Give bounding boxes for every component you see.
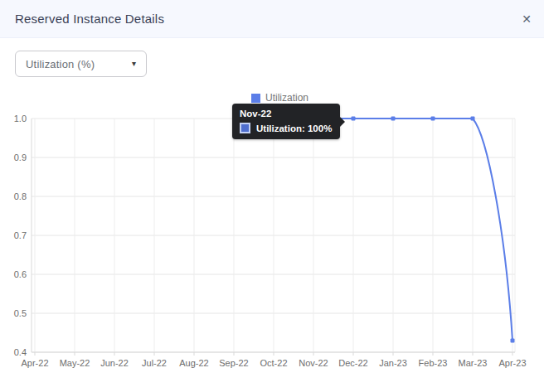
svg-text:Feb-23: Feb-23 — [419, 358, 448, 368]
chart-legend: Utilization — [251, 92, 308, 104]
svg-text:Oct-22: Oct-22 — [260, 358, 287, 368]
svg-text:May-22: May-22 — [60, 358, 90, 368]
svg-text:1.0: 1.0 — [14, 114, 27, 123]
legend-swatch-icon — [251, 94, 260, 103]
svg-text:Jun-22: Jun-22 — [100, 358, 129, 368]
chart-tooltip: Nov-22 Utilization: 100% — [232, 104, 340, 139]
svg-text:Nov-22: Nov-22 — [299, 358, 328, 368]
svg-text:Aug-22: Aug-22 — [179, 358, 208, 368]
svg-text:Apr-22: Apr-22 — [21, 358, 48, 368]
svg-text:0.9: 0.9 — [14, 152, 27, 162]
svg-text:0.7: 0.7 — [14, 230, 27, 240]
svg-text:Dec-22: Dec-22 — [338, 358, 367, 368]
legend-label: Utilization — [265, 92, 308, 104]
tooltip-arrow — [340, 117, 345, 127]
tooltip-row: Utilization: 100% — [240, 123, 332, 133]
tooltip-value: Utilization: 100% — [256, 123, 332, 133]
reserved-instance-details-panel: Reserved Instance Details ✕ Utilization … — [0, 0, 544, 392]
tooltip-date: Nov-22 — [240, 109, 332, 119]
svg-text:Mar-23: Mar-23 — [459, 358, 488, 368]
svg-text:0.6: 0.6 — [14, 269, 27, 279]
svg-text:Jul-22: Jul-22 — [142, 358, 167, 368]
svg-text:Sep-22: Sep-22 — [219, 358, 248, 368]
utilization-line-chart[interactable]: 1.00.90.80.70.60.50.4Apr-22May-22Jun-22J… — [0, 0, 544, 392]
svg-text:0.5: 0.5 — [14, 308, 27, 318]
tooltip-series-swatch-icon — [240, 123, 250, 133]
svg-text:0.4: 0.4 — [14, 347, 27, 357]
svg-text:Jan-23: Jan-23 — [379, 358, 407, 368]
svg-text:Apr-23: Apr-23 — [498, 358, 526, 368]
svg-text:0.8: 0.8 — [14, 191, 27, 201]
